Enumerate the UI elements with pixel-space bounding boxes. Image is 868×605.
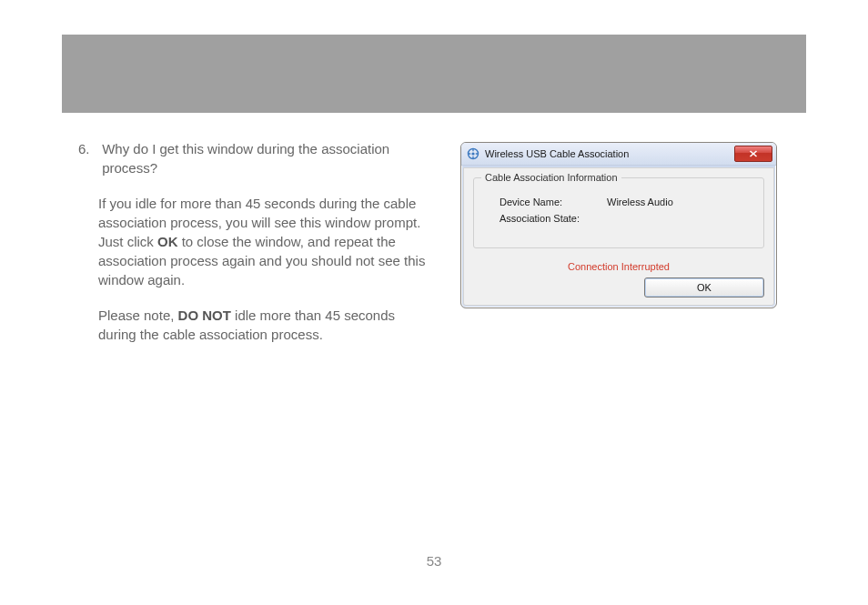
device-name-label: Device Name: [489, 197, 600, 207]
page-number: 53 [0, 553, 868, 569]
faq-question: Why do I get this window during the asso… [102, 141, 389, 176]
faq-answer2-bold: DO NOT [178, 308, 231, 323]
status-message: Connection Interrupted [473, 261, 764, 272]
association-state-row: Association State: [489, 213, 749, 224]
cable-association-dialog: Wireless USB Cable Association Cable Ass… [460, 142, 777, 308]
faq-number: 6. [78, 139, 98, 158]
app-icon [467, 147, 479, 160]
close-icon [749, 150, 758, 157]
ok-button[interactable]: OK [644, 277, 764, 297]
dialog-client-area: Cable Association Information Device Nam… [463, 167, 774, 306]
groupbox-title: Cable Association Information [481, 172, 621, 183]
association-state-label: Association State: [489, 213, 600, 224]
faq-content: 6. Why do I get this window during the a… [78, 139, 433, 360]
device-name-value: Wireless Audio [600, 197, 673, 207]
dialog-title: Wireless USB Cable Association [485, 148, 734, 159]
faq-answer2-pre: Please note, [98, 308, 178, 323]
svg-point-1 [471, 152, 474, 155]
association-state-value [600, 213, 607, 224]
manual-page: 6. Why do I get this window during the a… [0, 0, 868, 605]
header-bar [62, 35, 806, 113]
device-name-row: Device Name: Wireless Audio [489, 197, 749, 207]
association-info-group: Cable Association Information Device Nam… [473, 177, 764, 248]
close-button[interactable] [734, 146, 772, 162]
ok-button-label: OK [697, 282, 712, 293]
faq-answer1-bold: OK [157, 234, 178, 249]
dialog-titlebar[interactable]: Wireless USB Cable Association [461, 143, 776, 166]
button-row: OK [473, 277, 764, 297]
